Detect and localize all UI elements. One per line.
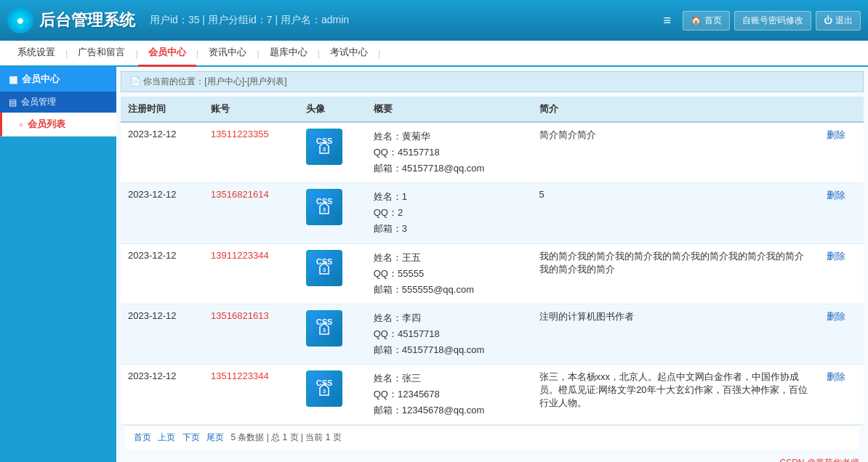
password-button[interactable]: 自账号密码修改 — [734, 11, 811, 31]
home-button[interactable]: 🏠 首页 — [683, 11, 730, 31]
cell-intro: 注明的计算机图书作者 — [532, 304, 820, 364]
cell-avatar: CSS 3 — [299, 183, 366, 243]
col-reg-time: 注册时间 — [121, 97, 204, 122]
cell-avatar: CSS 3 — [299, 122, 366, 183]
delete-link[interactable]: 删除 — [827, 371, 845, 382]
sidebar-section-member-management[interactable]: ▤ 会员管理 — [0, 92, 116, 113]
delete-link[interactable]: 删除 — [827, 251, 845, 262]
table-row: 2023-12-1213516821613 CSS 3 姓名：李四QQ：4515… — [121, 304, 864, 364]
system-title: 后台管理系统 — [39, 9, 135, 31]
svg-text:3: 3 — [323, 327, 326, 333]
menu-icon[interactable]: ≡ — [663, 13, 671, 28]
account-link[interactable]: 13516821613 — [211, 310, 269, 321]
cell-summary: 姓名：王五QQ：55555邮箱：555555@qq.com — [366, 243, 532, 304]
cell-intro: 5 — [532, 183, 820, 243]
cell-action: 删除 — [819, 183, 864, 243]
prev-page-link[interactable]: 上页 — [158, 432, 175, 442]
cell-intro: 我的简介我的简介我的简介我的简介我的简介我的简介我的简介我的简介我的简介 — [532, 243, 820, 304]
sidebar-item-icon: ▫ — [20, 119, 23, 130]
sidebar-header: ▦ 会员中心 — [0, 67, 116, 92]
table-row: 2023-12-1213511223344 CSS 3 姓名：张三QQ：1234… — [121, 365, 864, 425]
sidebar-item-member-list[interactable]: ▫ 会员列表 — [0, 113, 116, 137]
delete-link[interactable]: 删除 — [827, 129, 845, 140]
cell-avatar: CSS 3 — [299, 304, 366, 364]
footer: CSDN @黄菊华老师 — [116, 454, 868, 462]
table-header-row: 注册时间 账号 头像 概要 简介 — [121, 97, 864, 122]
members-table: 注册时间 账号 头像 概要 简介 2023-12-1213511223355 — [121, 97, 864, 425]
svg-text:3: 3 — [323, 146, 326, 153]
cell-summary: 姓名：李四QQ：45157718邮箱：45157718@qq.com — [366, 304, 532, 364]
home-icon: 🏠 — [691, 15, 702, 25]
logout-icon: ⏻ — [824, 15, 832, 25]
cell-account: 13511223344 — [204, 365, 299, 425]
main-content: 📄 你当前的位置：[用户中心]-[用户列表] 注册时间 账号 头像 概要 简介 — [116, 67, 868, 462]
cell-account: 13911223344 — [204, 243, 299, 304]
svg-text:3: 3 — [323, 267, 326, 273]
pagination-info: 5 条数据 | 总 1 页 | 当前 1 页 — [230, 432, 341, 442]
col-intro: 简介 — [532, 97, 820, 122]
cell-reg-time: 2023-12-12 — [121, 122, 204, 183]
account-link[interactable]: 13911223344 — [211, 250, 269, 261]
table-container: 注册时间 账号 头像 概要 简介 2023-12-1213511223355 — [121, 97, 864, 450]
cell-avatar: CSS 3 — [299, 365, 366, 425]
cell-reg-time: 2023-12-12 — [121, 365, 204, 425]
cell-action: 删除 — [819, 122, 864, 183]
cell-summary: 姓名：黄菊华QQ：45157718邮箱：45157718@qq.com — [366, 122, 532, 183]
table-row: 2023-12-1213516821614 CSS 3 姓名：1QQ：2邮箱：3… — [121, 183, 864, 243]
cell-reg-time: 2023-12-12 — [121, 243, 204, 304]
col-summary: 概要 — [366, 97, 532, 122]
cell-intro: 简介简介简介 — [532, 122, 820, 183]
watermark: CSDN @黄菊华老师 — [779, 457, 859, 462]
cell-account: 13516821614 — [204, 183, 299, 243]
nav-members[interactable]: 会员中心 — [138, 40, 196, 67]
account-link[interactable]: 13516821614 — [211, 189, 269, 200]
avatar: CSS 3 — [306, 129, 342, 165]
last-page-link[interactable]: 尾页 — [206, 432, 224, 442]
cell-reg-time: 2023-12-12 — [121, 183, 204, 243]
nav-news[interactable]: 资讯中心 — [198, 40, 257, 67]
logout-button[interactable]: ⏻ 退出 — [816, 11, 861, 31]
nav-system-settings[interactable]: 系统设置 — [7, 40, 65, 67]
avatar: CSS 3 — [306, 370, 342, 407]
user-info: 用户id：35 | 用户分组id：7 | 用户名：admin — [150, 14, 663, 27]
logo-icon: ● — [7, 7, 33, 33]
cell-reg-time: 2023-12-12 — [121, 304, 204, 364]
pagination: 首页 上页 下页 尾页 5 条数据 | 总 1 页 | 当前 1 页 — [125, 425, 859, 450]
cell-account: 13516821613 — [204, 304, 299, 364]
account-link[interactable]: 13511223355 — [211, 129, 269, 139]
avatar: CSS 3 — [306, 310, 342, 346]
cell-account: 13511223355 — [204, 122, 299, 183]
table-row: 2023-12-1213911223344 CSS 3 姓名：王五QQ：5555… — [121, 243, 864, 304]
nav-questions[interactable]: 题库中心 — [260, 40, 318, 67]
cell-avatar: CSS 3 — [299, 243, 366, 304]
svg-text:3: 3 — [323, 206, 326, 213]
delete-link[interactable]: 删除 — [827, 190, 845, 200]
svg-text:3: 3 — [323, 388, 326, 394]
nav-exams[interactable]: 考试中心 — [320, 40, 378, 67]
next-page-link[interactable]: 下页 — [182, 432, 200, 442]
cell-action: 删除 — [819, 365, 864, 425]
nav-ads[interactable]: 广告和留言 — [68, 40, 135, 67]
cell-summary: 姓名：张三QQ：12345678邮箱：12345678@qq.com — [366, 365, 532, 425]
cell-intro: 张三，本名杨xxx，北京人。起点中文网白金作者，中国作协成员。橙瓜见证:网络文学… — [532, 365, 820, 425]
breadcrumb: 📄 你当前的位置：[用户中心]-[用户列表] — [121, 71, 864, 92]
table-row: 2023-12-1213511223355 CSS 3 姓名：黄菊华QQ：451… — [121, 122, 864, 183]
delete-link[interactable]: 删除 — [827, 311, 845, 322]
cell-action: 删除 — [819, 304, 864, 364]
sidebar-section-icon: ▤ — [9, 97, 17, 108]
breadcrumb-icon: 📄 — [130, 76, 141, 86]
cell-summary: 姓名：1QQ：2邮箱：3 — [366, 183, 532, 243]
account-link[interactable]: 13511223344 — [211, 370, 269, 381]
avatar: CSS 3 — [306, 189, 342, 225]
sidebar-header-icon: ▦ — [9, 74, 17, 85]
first-page-link[interactable]: 首页 — [134, 432, 151, 442]
avatar: CSS 3 — [306, 250, 342, 286]
navbar: 系统设置 | 广告和留言 | 会员中心 | 资讯中心 | 题库中心 | 考试中心… — [0, 41, 868, 67]
sidebar: ▦ 会员中心 ▤ 会员管理 ▫ 会员列表 — [0, 67, 116, 462]
col-account: 账号 — [204, 97, 299, 122]
col-action — [819, 97, 864, 122]
cell-action: 删除 — [819, 243, 864, 304]
col-avatar: 头像 — [299, 97, 366, 122]
